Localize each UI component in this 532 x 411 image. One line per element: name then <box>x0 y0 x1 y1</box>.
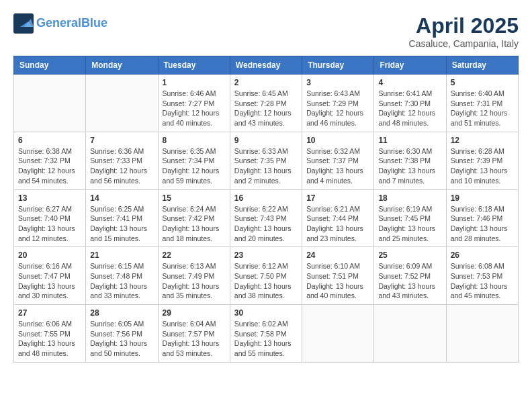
weekday-header: Friday <box>374 56 446 75</box>
day-info: Sunrise: 6:04 AMSunset: 7:57 PMDaylight:… <box>163 319 226 359</box>
weekday-header: Saturday <box>446 56 518 75</box>
day-number: 23 <box>234 250 298 260</box>
logo-line1: General <box>36 16 81 30</box>
day-number: 25 <box>378 250 441 260</box>
day-number: 20 <box>18 250 81 260</box>
day-info: Sunrise: 6:46 AMSunset: 7:27 PMDaylight:… <box>163 89 226 128</box>
day-info: Sunrise: 6:10 AMSunset: 7:51 PMDaylight:… <box>306 261 369 301</box>
day-info: Sunrise: 6:24 AMSunset: 7:42 PMDaylight:… <box>163 204 226 244</box>
calendar-cell: 22Sunrise: 6:13 AMSunset: 7:49 PMDayligh… <box>158 247 230 305</box>
day-info: Sunrise: 6:38 AMSunset: 7:32 PMDaylight:… <box>18 146 81 186</box>
day-info: Sunrise: 6:05 AMSunset: 7:56 PMDaylight:… <box>90 319 153 359</box>
calendar-cell: 16Sunrise: 6:22 AMSunset: 7:43 PMDayligh… <box>230 189 302 247</box>
calendar-week-row: 13Sunrise: 6:27 AMSunset: 7:40 PMDayligh… <box>14 189 519 247</box>
day-info: Sunrise: 6:28 AMSunset: 7:39 PMDaylight:… <box>451 146 514 186</box>
day-info: Sunrise: 6:27 AMSunset: 7:40 PMDaylight:… <box>18 204 81 244</box>
day-number: 10 <box>306 136 369 145</box>
day-number: 22 <box>163 250 226 260</box>
day-number: 14 <box>90 193 153 203</box>
day-info: Sunrise: 6:13 AMSunset: 7:49 PMDaylight:… <box>163 261 226 301</box>
day-number: 24 <box>306 250 369 260</box>
logo-line2: Blue <box>81 16 107 30</box>
calendar-cell <box>14 75 86 132</box>
calendar-cell: 25Sunrise: 6:09 AMSunset: 7:52 PMDayligh… <box>374 247 446 305</box>
day-number: 6 <box>18 136 81 145</box>
calendar-cell: 17Sunrise: 6:21 AMSunset: 7:44 PMDayligh… <box>302 189 374 247</box>
day-number: 19 <box>451 193 514 203</box>
calendar-cell: 8Sunrise: 6:35 AMSunset: 7:34 PMDaylight… <box>158 132 230 189</box>
day-info: Sunrise: 6:35 AMSunset: 7:34 PMDaylight:… <box>163 146 226 186</box>
calendar-cell <box>302 305 374 363</box>
calendar-cell: 18Sunrise: 6:19 AMSunset: 7:45 PMDayligh… <box>374 189 446 247</box>
calendar-cell: 9Sunrise: 6:33 AMSunset: 7:35 PMDaylight… <box>230 132 302 189</box>
calendar-cell: 11Sunrise: 6:30 AMSunset: 7:38 PMDayligh… <box>374 132 446 189</box>
day-number: 21 <box>90 250 153 260</box>
day-info: Sunrise: 6:06 AMSunset: 7:55 PMDaylight:… <box>18 319 81 359</box>
day-number: 4 <box>378 78 441 87</box>
day-info: Sunrise: 6:19 AMSunset: 7:45 PMDaylight:… <box>378 204 441 244</box>
logo: GeneralBlue <box>13 13 107 34</box>
day-info: Sunrise: 6:08 AMSunset: 7:53 PMDaylight:… <box>451 261 514 301</box>
day-number: 16 <box>234 193 298 203</box>
day-number: 30 <box>234 308 298 318</box>
calendar-cell: 12Sunrise: 6:28 AMSunset: 7:39 PMDayligh… <box>446 132 518 189</box>
calendar-cell: 29Sunrise: 6:04 AMSunset: 7:57 PMDayligh… <box>158 305 230 363</box>
calendar-cell: 27Sunrise: 6:06 AMSunset: 7:55 PMDayligh… <box>14 305 86 363</box>
day-number: 29 <box>163 308 226 318</box>
day-number: 15 <box>163 193 226 203</box>
calendar-cell: 5Sunrise: 6:40 AMSunset: 7:31 PMDaylight… <box>446 75 518 132</box>
calendar-cell: 15Sunrise: 6:24 AMSunset: 7:42 PMDayligh… <box>158 189 230 247</box>
day-number: 26 <box>451 250 514 260</box>
calendar-cell: 24Sunrise: 6:10 AMSunset: 7:51 PMDayligh… <box>302 247 374 305</box>
calendar-cell <box>86 75 158 132</box>
weekday-header: Monday <box>86 56 158 75</box>
day-number: 17 <box>306 193 369 203</box>
calendar-cell: 3Sunrise: 6:43 AMSunset: 7:29 PMDaylight… <box>302 75 374 132</box>
calendar-cell: 30Sunrise: 6:02 AMSunset: 7:58 PMDayligh… <box>230 305 302 363</box>
day-number: 9 <box>234 136 298 145</box>
day-info: Sunrise: 6:18 AMSunset: 7:46 PMDaylight:… <box>451 204 514 244</box>
day-info: Sunrise: 6:30 AMSunset: 7:38 PMDaylight:… <box>378 146 441 186</box>
day-number: 2 <box>234 78 298 87</box>
calendar-cell: 1Sunrise: 6:46 AMSunset: 7:27 PMDaylight… <box>158 75 230 132</box>
weekday-header: Thursday <box>302 56 374 75</box>
day-number: 7 <box>90 136 153 145</box>
day-info: Sunrise: 6:40 AMSunset: 7:31 PMDaylight:… <box>451 89 514 128</box>
day-number: 1 <box>163 78 226 87</box>
calendar-week-row: 1Sunrise: 6:46 AMSunset: 7:27 PMDaylight… <box>14 75 519 132</box>
day-number: 8 <box>163 136 226 145</box>
day-number: 12 <box>451 136 514 145</box>
calendar-cell: 20Sunrise: 6:16 AMSunset: 7:47 PMDayligh… <box>14 247 86 305</box>
day-info: Sunrise: 6:12 AMSunset: 7:50 PMDaylight:… <box>234 261 298 301</box>
month-title: April 2025 <box>409 13 519 38</box>
page-header: GeneralBlue April 2025 Casaluce, Campani… <box>13 13 519 49</box>
day-number: 27 <box>18 308 81 318</box>
weekday-header: Tuesday <box>158 56 230 75</box>
calendar-cell <box>446 305 518 363</box>
calendar-cell: 6Sunrise: 6:38 AMSunset: 7:32 PMDaylight… <box>14 132 86 189</box>
day-number: 13 <box>18 193 81 203</box>
calendar-cell: 14Sunrise: 6:25 AMSunset: 7:41 PMDayligh… <box>86 189 158 247</box>
weekday-header-row: SundayMondayTuesdayWednesdayThursdayFrid… <box>14 56 519 75</box>
day-number: 28 <box>90 308 153 318</box>
logo-icon <box>13 13 34 34</box>
calendar-cell: 21Sunrise: 6:15 AMSunset: 7:48 PMDayligh… <box>86 247 158 305</box>
calendar-cell: 10Sunrise: 6:32 AMSunset: 7:37 PMDayligh… <box>302 132 374 189</box>
calendar-week-row: 6Sunrise: 6:38 AMSunset: 7:32 PMDaylight… <box>14 132 519 189</box>
calendar-cell: 4Sunrise: 6:41 AMSunset: 7:30 PMDaylight… <box>374 75 446 132</box>
day-info: Sunrise: 6:43 AMSunset: 7:29 PMDaylight:… <box>306 89 369 128</box>
weekday-header: Sunday <box>14 56 86 75</box>
calendar-week-row: 20Sunrise: 6:16 AMSunset: 7:47 PMDayligh… <box>14 247 519 305</box>
day-info: Sunrise: 6:45 AMSunset: 7:28 PMDaylight:… <box>234 89 298 128</box>
day-info: Sunrise: 6:21 AMSunset: 7:44 PMDaylight:… <box>306 204 369 244</box>
day-info: Sunrise: 6:41 AMSunset: 7:30 PMDaylight:… <box>378 89 441 128</box>
day-number: 18 <box>378 193 441 203</box>
calendar-cell: 28Sunrise: 6:05 AMSunset: 7:56 PMDayligh… <box>86 305 158 363</box>
calendar-week-row: 27Sunrise: 6:06 AMSunset: 7:55 PMDayligh… <box>14 305 519 363</box>
calendar-cell: 13Sunrise: 6:27 AMSunset: 7:40 PMDayligh… <box>14 189 86 247</box>
day-info: Sunrise: 6:22 AMSunset: 7:43 PMDaylight:… <box>234 204 298 244</box>
weekday-header: Wednesday <box>230 56 302 75</box>
day-info: Sunrise: 6:09 AMSunset: 7:52 PMDaylight:… <box>378 261 441 301</box>
day-number: 3 <box>306 78 369 87</box>
logo-text: GeneralBlue <box>36 17 107 30</box>
